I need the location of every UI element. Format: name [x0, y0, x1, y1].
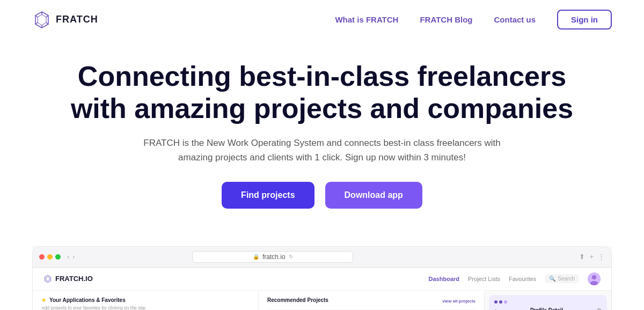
view-all-link[interactable]: view all projects	[442, 299, 475, 304]
hero-buttons: Find projects Download app	[64, 182, 580, 209]
url-bar[interactable]: 🔒 fratch.io ↻	[192, 251, 353, 263]
app-avatar[interactable]	[588, 272, 601, 285]
browser-actions: ⬆ + ⋮	[579, 253, 605, 261]
svg-marker-1	[38, 14, 46, 25]
left-panel: ★ Your Applications & Favorites Add proj…	[33, 291, 259, 310]
lock-icon: 🔒	[253, 254, 259, 260]
search-placeholder: Search	[558, 276, 575, 282]
app-logo-text: FRATCH.IO	[55, 275, 93, 283]
svg-point-23	[592, 275, 596, 279]
browser-chrome: ‹ › 🔒 fratch.io ↻ ⬆ + ⋮	[33, 247, 611, 268]
middle-panel: Recommended Projects view all projects P…	[259, 291, 485, 310]
hero-subtitle: FRATCH is the New Work Operating System …	[134, 136, 510, 165]
browser-window: ‹ › 🔒 fratch.io ↻ ⬆ + ⋮ FRATCH.IO	[32, 246, 612, 310]
profile-dots	[494, 300, 602, 304]
logo-text: FRATCH	[56, 14, 98, 25]
navbar: FRATCH What is FRATCH FRATCH Blog Contac…	[0, 0, 644, 39]
avatar-image	[588, 272, 601, 285]
download-app-button[interactable]: Download app	[325, 182, 422, 209]
app-nav-dashboard[interactable]: Dashboard	[429, 276, 459, 282]
hero-section: Connecting best-in-class freelancers wit…	[0, 39, 644, 246]
star-icon: ★	[41, 297, 46, 303]
menu-icon: ⋮	[598, 253, 605, 261]
left-panel-title: ★ Your Applications & Favorites	[41, 297, 250, 303]
app-nav-favourites[interactable]: Favourites	[509, 276, 536, 282]
browser-nav-icons: ‹ ›	[67, 253, 75, 261]
hero-title: Connecting best-in-class freelancers wit…	[64, 61, 580, 125]
svg-marker-21	[46, 277, 49, 281]
app-logo: FRATCH.IO	[43, 275, 93, 283]
find-projects-button[interactable]: Find projects	[222, 182, 314, 209]
profile-title: Profile Detail	[530, 307, 563, 310]
gear-icon[interactable]: ⚙	[597, 307, 602, 310]
share-icon: ⬆	[579, 253, 585, 261]
app-search[interactable]: 🔍 Search	[545, 274, 579, 283]
app-nav-links: Dashboard Project Lists Favourites 🔍 Sea…	[429, 272, 601, 285]
left-panel-subtitle: Add projects to your favorites by clicki…	[41, 305, 250, 310]
nav-what-is-fratch[interactable]: What is FRATCH	[335, 15, 398, 24]
dot-2	[499, 300, 502, 304]
nav-fratch-blog[interactable]: FRATCH Blog	[420, 15, 472, 24]
app-navbar: FRATCH.IO Dashboard Project Lists Favour…	[33, 268, 611, 291]
svg-marker-20	[45, 275, 51, 282]
refresh-icon: ↻	[289, 254, 293, 260]
browser-traffic-lights	[39, 254, 61, 260]
minimize-dot	[47, 254, 53, 260]
dot-1	[494, 300, 497, 304]
signin-button[interactable]: Sign in	[557, 10, 612, 29]
logo: FRATCH	[32, 10, 98, 29]
add-tab-icon: +	[589, 253, 594, 261]
dot-3	[504, 300, 507, 304]
maximize-dot	[55, 254, 61, 260]
app-nav-project-lists[interactable]: Project Lists	[468, 276, 500, 282]
back-arrow[interactable]: ‹	[494, 307, 496, 310]
close-dot	[39, 254, 45, 260]
url-text: fratch.io	[262, 253, 286, 261]
nav-links: What is FRATCH FRATCH Blog Contact us Si…	[335, 10, 612, 29]
logo-icon	[32, 10, 52, 29]
search-icon: 🔍	[549, 276, 555, 282]
app-body: ★ Your Applications & Favorites Add proj…	[33, 291, 611, 310]
nav-contact-us[interactable]: Contact us	[494, 15, 536, 24]
back-icon: ‹	[67, 253, 69, 261]
svg-point-24	[590, 281, 598, 285]
browser-mockup: ‹ › 🔒 fratch.io ↻ ⬆ + ⋮ FRATCH.IO	[32, 246, 612, 310]
forward-icon: ›	[72, 253, 75, 261]
app-logo-icon	[43, 275, 52, 283]
middle-panel-title: Recommended Projects	[267, 297, 328, 303]
profile-header: ‹ Profile Detail ⚙	[494, 307, 602, 310]
right-panel: ‹ Profile Detail ⚙ ☆ ↗	[489, 295, 607, 310]
